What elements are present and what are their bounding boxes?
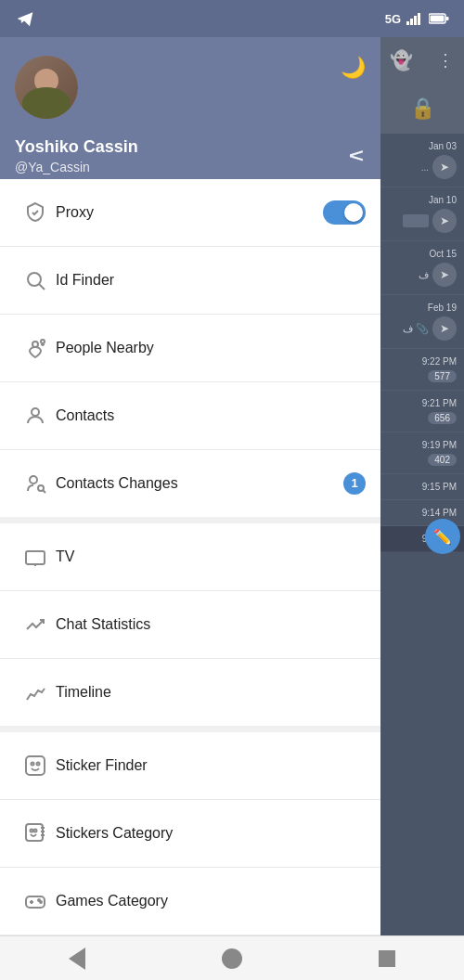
user-name: Yoshiko Cassin [15,137,138,157]
drawer-header-top: 🌙 [15,56,366,119]
menu-item-proxy[interactable]: Proxy [0,179,380,246]
header-icons: 🌙 [341,56,366,80]
recent-button[interactable] [364,940,410,977]
status-bar-right: 5G [385,12,449,26]
user-handle: @Ya_Cassin [15,160,138,174]
more-vertical-icon[interactable]: ⋮ [437,52,455,69]
svg-rect-15 [26,551,45,564]
chat-panel-header: 👻 ⋮ [380,37,464,84]
chat-entry-914[interactable]: 9:14 PM ✏️ [380,500,464,526]
person-location-icon [15,328,56,368]
proxy-label: Proxy [56,204,323,221]
menu-item-chat-statistics[interactable]: Chat Statistics [0,591,380,658]
svg-point-25 [31,830,33,832]
chart-up-icon [15,604,56,645]
svg-rect-0 [406,21,409,25]
chat-nav-oct15[interactable]: ➤ [432,263,457,287]
chat-nav-feb19[interactable]: ➤ [432,316,457,341]
chat-nav-jan10[interactable]: ➤ [432,209,457,233]
menu-item-sticker-finder[interactable]: Sticker Finder [0,732,380,799]
chat-date-feb19: Feb 19 [428,303,457,313]
svg-rect-1 [410,19,413,25]
search-icon [15,260,56,301]
contacts-changes-label: Contacts Changes [56,475,343,492]
people-nearby-label: People Nearby [56,340,366,356]
section-divider-1 [0,517,380,523]
chat-entry-jan03[interactable]: Jan 03 ... ➤ [380,134,464,187]
signal-icon [406,12,423,25]
bottom-nav [0,935,464,980]
avatar[interactable] [15,56,78,119]
status-bar-left [15,8,35,29]
chat-badge-919: 402 [428,454,457,466]
svg-line-8 [40,285,45,290]
lock-row: 🔒 [380,84,464,134]
menu-item-contacts[interactable]: Contacts [0,382,380,449]
sticker-finder-label: Sticker Finder [56,757,366,774]
chat-entry-915[interactable]: 9:15 PM [380,474,464,500]
chat-time-914: 9:14 PM [422,508,457,518]
menu-item-games-category[interactable]: Games Category [0,868,380,935]
battery-icon [429,13,449,24]
chat-arabic-oct15: ﻑ [419,269,429,281]
menu-item-contacts-changes[interactable]: Contacts Changes 1 [0,450,380,517]
chat-dots-jan03: ... [421,162,429,173]
chat-entry-jan10[interactable]: Jan 10 ➤ [380,187,464,241]
user-info: Yoshiko Cassin @Ya_Cassin ∨ [15,137,366,174]
person-icon [15,395,56,436]
chat-statistics-label: Chat Statistics [56,616,366,633]
chat-arabic-feb19: ﻑ 📎 [403,323,429,335]
back-button[interactable] [54,940,100,977]
chat-nav-jan03[interactable]: ➤ [432,155,457,179]
svg-rect-6 [431,16,445,22]
drawer: 🌙 Yoshiko Cassin @Ya_Cassin ∨ Proxy [0,37,380,935]
chat-entry-oct15[interactable]: Oct 15 ﻑ ➤ [380,241,464,295]
svg-point-26 [34,830,37,832]
status-bar: 5G [0,0,464,37]
svg-rect-3 [418,13,420,25]
fab-button[interactable]: ✏️ [425,519,460,554]
tv-label: TV [56,548,366,565]
lock-icon: 🔒 [410,97,435,121]
chat-entry-919[interactable]: 9:19 PM 402 [380,432,464,474]
gamepad-icon [15,881,56,922]
svg-rect-5 [446,17,449,20]
telegram-icon [15,8,35,29]
chat-entry-921[interactable]: 9:21 PM 656 [380,391,464,432]
svg-line-14 [44,490,46,493]
contacts-label: Contacts [56,407,366,424]
menu-item-people-nearby[interactable]: People Nearby [0,315,380,381]
chevron-down-icon[interactable]: ∨ [344,148,370,164]
tv-icon [15,536,56,577]
menu-item-tv[interactable]: TV [0,523,380,590]
svg-point-20 [37,763,40,766]
home-icon [222,948,242,969]
chat-block-jan10 [403,214,429,227]
chat-entry-feb19[interactable]: Feb 19 ﻑ 📎 ➤ [380,295,464,349]
network-label: 5G [385,12,401,26]
menu-item-stickers-category[interactable]: Stickers Category [0,800,380,867]
svg-point-11 [32,408,39,416]
menu-item-id-finder[interactable]: Id Finder [0,247,380,314]
chat-time-921: 9:21 PM [422,398,457,408]
proxy-toggle[interactable] [323,200,366,225]
chat-badge-922: 577 [428,370,457,382]
person-search-icon [15,463,56,504]
timeline-label: Timeline [56,684,366,701]
svg-point-10 [41,340,45,343]
home-button[interactable] [209,940,255,977]
chat-time-922: 9:22 PM [422,356,457,367]
stickers-category-label: Stickers Category [56,825,366,842]
user-details: Yoshiko Cassin @Ya_Cassin [15,137,138,174]
moon-icon[interactable]: 🌙 [341,56,366,80]
id-finder-label: Id Finder [56,272,366,289]
menu-item-timeline[interactable]: Timeline [0,659,380,726]
divider-9 [0,935,380,935]
svg-rect-18 [26,756,45,775]
chat-entry-922[interactable]: 9:22 PM 577 [380,349,464,391]
chat-panel: 👻 ⋮ 🔒 Jan 03 ... ➤ Jan 10 ➤ [380,37,464,935]
back-icon [69,948,85,970]
svg-rect-2 [414,16,417,25]
ghost-icon[interactable]: 👻 [390,49,413,71]
chat-date-oct15: Oct 15 [430,249,457,259]
